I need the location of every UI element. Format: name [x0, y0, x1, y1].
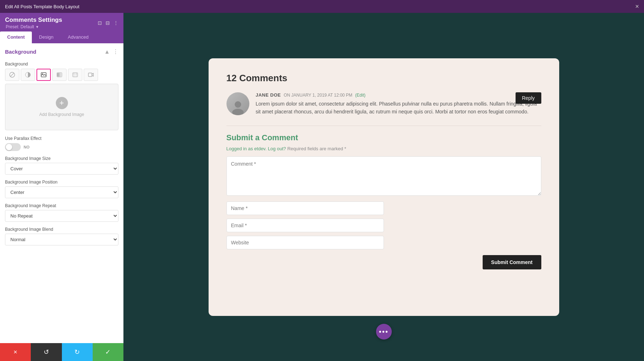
content-area: 12 Comments JANE DOE — [123, 51, 644, 323]
section-more-icon[interactable]: ⋮ — [113, 48, 118, 55]
bg-type-color[interactable] — [21, 69, 35, 81]
content-wrapper: 12 Comments JANE DOE — [123, 13, 644, 361]
svg-rect-11 — [75, 75, 77, 77]
panel-header-icons: ⊡ ⊟ ⋮ — [98, 20, 118, 26]
top-bar-close-button[interactable]: × — [635, 3, 639, 10]
website-input[interactable] — [226, 236, 384, 249]
bg-type-none[interactable] — [5, 69, 19, 81]
cancel-button[interactable]: × — [0, 343, 31, 361]
bg-type-video[interactable] — [84, 69, 98, 81]
fab-button[interactable]: ••• — [376, 324, 392, 340]
add-image-text: Add Background Image — [39, 112, 84, 117]
parallax-toggle-row: Use Parallax Effect NO — [5, 136, 118, 151]
svg-line-1 — [10, 73, 14, 77]
log-out-link[interactable]: Log out? — [268, 146, 286, 151]
image-size-group: Background Image Size Cover Contain Auto… — [5, 156, 118, 175]
bg-type-label: Background — [5, 62, 118, 67]
image-blend-label: Background Image Blend — [5, 227, 118, 232]
logged-in-link[interactable]: Logged in as etdev. — [226, 146, 267, 151]
comment-text: Lorem ipsum dolor sit amet, consectetur … — [256, 100, 541, 116]
parallax-thumb — [6, 144, 12, 150]
tabs: Content Design Advanced — [0, 31, 123, 43]
redo-button[interactable]: ↻ — [62, 343, 93, 361]
image-upload-area[interactable]: + Add Background Image — [5, 84, 118, 130]
comment-edit-link[interactable]: (Edit) — [355, 93, 366, 98]
avatar-silhouette — [226, 92, 249, 115]
section-header-icons[interactable]: ▲ ⋮ — [104, 48, 118, 55]
reply-button[interactable]: Reply — [516, 92, 541, 104]
svg-rect-9 — [75, 73, 77, 75]
image-size-select[interactable]: Cover Contain Auto Custom — [5, 163, 118, 175]
image-blend-select[interactable]: Normal Multiply Screen Overlay Darken Li… — [5, 234, 118, 245]
comment-date: ON JANUARY 1, 2019 AT 12:00 PM — [284, 93, 352, 98]
bg-type-image[interactable] — [36, 69, 51, 81]
save-button[interactable]: ✓ — [93, 343, 123, 361]
more-icon[interactable]: ⋮ — [113, 20, 118, 26]
submit-comment-button[interactable]: Submit Comment — [483, 255, 541, 269]
tab-design[interactable]: Design — [32, 31, 60, 43]
responsive-icon[interactable]: ⊡ — [98, 20, 102, 26]
comment-item: JANE DOE ON JANUARY 1, 2019 AT 12:00 PM … — [226, 92, 541, 116]
comment-textarea[interactable] — [226, 156, 541, 196]
image-position-group: Background Image Position Center Top Lef… — [5, 180, 118, 198]
comments-title: 12 Comments — [226, 73, 541, 84]
section-collapse-icon[interactable]: ▲ — [104, 49, 110, 55]
svg-point-14 — [232, 109, 244, 115]
top-bar: Edit All Posts Template Body Layout × — [0, 0, 644, 13]
parallax-switch[interactable]: NO — [5, 143, 118, 151]
undo-button[interactable]: ↺ — [31, 343, 62, 361]
parallax-value: NO — [24, 145, 30, 149]
panel-preset[interactable]: Preset: Default ▾ — [5, 24, 62, 29]
section-title: Background — [5, 49, 36, 55]
svg-rect-10 — [73, 75, 75, 77]
svg-rect-12 — [88, 73, 92, 77]
comment-body: JANE DOE ON JANUARY 1, 2019 AT 12:00 PM … — [256, 92, 541, 116]
panel-body: Background ▲ ⋮ Background — [0, 43, 123, 343]
image-blend-group: Background Image Blend Normal Multiply S… — [5, 227, 118, 245]
parallax-track[interactable] — [5, 143, 21, 151]
image-repeat-select[interactable]: No Repeat Repeat Repeat X Repeat Y — [5, 210, 118, 222]
form-fields — [226, 201, 541, 249]
main-layout: Comments Settings Preset: Default ▾ ⊡ ⊟ … — [0, 13, 644, 361]
comment-author: JANE DOE — [256, 92, 281, 98]
bottom-toolbar: × ↺ ↻ ✓ — [0, 343, 123, 361]
image-size-label: Background Image Size — [5, 156, 118, 161]
required-text: Required fields are marked * — [287, 146, 346, 151]
divider — [226, 126, 541, 126]
bg-type-pattern[interactable] — [68, 69, 82, 81]
image-repeat-label: Background Image Repeat — [5, 203, 118, 208]
bg-type-row — [5, 69, 118, 81]
panel-title-group: Comments Settings Preset: Default ▾ — [5, 16, 62, 29]
image-position-select[interactable]: Center Top Left Top Center Top Right Cen… — [5, 186, 118, 198]
email-input[interactable] — [226, 219, 384, 232]
avatar — [226, 92, 249, 115]
tab-advanced[interactable]: Advanced — [61, 31, 96, 43]
name-input[interactable] — [226, 201, 384, 215]
add-image-plus-icon: + — [56, 97, 68, 109]
svg-rect-8 — [73, 73, 75, 75]
parallax-label: Use Parallax Effect — [5, 136, 118, 141]
panel-header: Comments Settings Preset: Default ▾ ⊡ ⊟ … — [0, 13, 123, 31]
layout-icon[interactable]: ⊟ — [106, 20, 110, 26]
left-panel: Comments Settings Preset: Default ▾ ⊡ ⊟ … — [0, 13, 123, 361]
image-position-label: Background Image Position — [5, 180, 118, 185]
image-repeat-group: Background Image Repeat No Repeat Repeat… — [5, 203, 118, 222]
submit-comment-title: Submit a Comment — [226, 133, 541, 142]
comments-card: 12 Comments JANE DOE — [209, 58, 559, 316]
panel-title: Comments Settings — [5, 16, 62, 24]
comment-author-row: JANE DOE ON JANUARY 1, 2019 AT 12:00 PM … — [256, 92, 541, 98]
submit-logged-in-text: Logged in as etdev. Log out? Required fi… — [226, 146, 541, 151]
svg-point-13 — [235, 101, 241, 108]
top-bar-title: Edit All Posts Template Body Layout — [5, 4, 79, 9]
bg-type-gradient[interactable] — [52, 69, 67, 81]
panel-header-row: Comments Settings Preset: Default ▾ ⊡ ⊟ … — [5, 16, 118, 29]
tab-content[interactable]: Content — [0, 31, 32, 43]
section-header: Background ▲ ⋮ — [5, 48, 118, 57]
svg-rect-6 — [57, 73, 62, 77]
